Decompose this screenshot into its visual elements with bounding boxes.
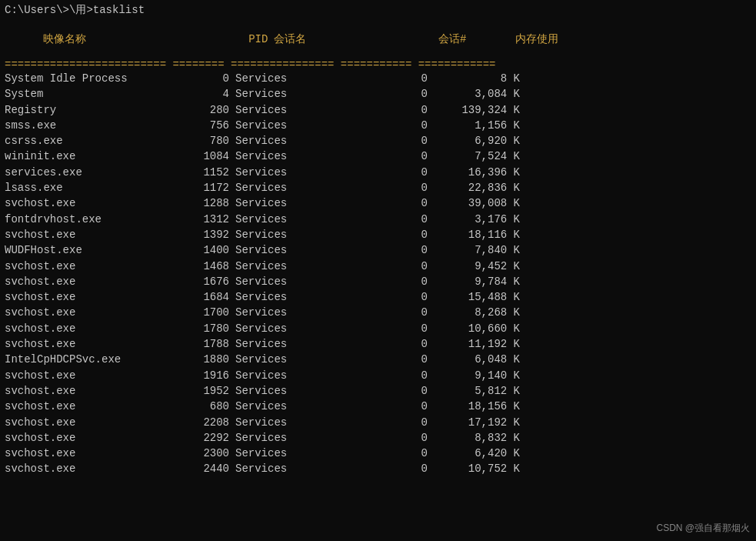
pid-col: 1700: [174, 305, 229, 320]
session-num-col: 0: [351, 336, 428, 352]
session-name-col: Services: [235, 259, 351, 274]
table-row: lsass.exe1172Services022,836 K: [5, 180, 751, 195]
process-table: 映像名称PID会话名会话#内存使用 ======================…: [5, 20, 751, 477]
process-name: svchost.exe: [5, 227, 174, 242]
session-name-col: Services: [235, 321, 351, 336]
mem-col: 6,048 K: [428, 352, 520, 367]
table-row: System Idle Process0Services08 K: [5, 71, 751, 86]
mem-col: 8,268 K: [428, 305, 520, 320]
process-name: svchost.exe: [5, 336, 174, 352]
session-num-col: 0: [351, 305, 428, 320]
session-name-col: Services: [235, 399, 351, 414]
table-row: svchost.exe1288Services039,008 K: [5, 195, 751, 211]
table-row: svchost.exe2440Services010,752 K: [5, 461, 751, 476]
mem-col: 39,008 K: [428, 195, 520, 211]
pid-col: 1312: [174, 212, 229, 227]
session-num-col: 0: [351, 118, 428, 133]
col-pid: PID: [212, 33, 268, 45]
mem-col: 22,836 K: [428, 180, 520, 195]
session-name-col: Services: [235, 165, 351, 180]
session-name-col: Services: [235, 133, 351, 149]
mem-col: 139,324 K: [428, 102, 520, 118]
process-name: svchost.exe: [5, 321, 174, 336]
process-name: svchost.exe: [5, 430, 174, 446]
pid-col: 1780: [174, 321, 229, 336]
pid-col: 2300: [174, 446, 229, 461]
process-name: svchost.exe: [5, 446, 174, 461]
table-row: IntelCpHDCPSvc.exe1880Services06,048 K: [5, 352, 751, 367]
session-name-col: Services: [235, 102, 351, 118]
mem-col: 15,488 K: [428, 289, 520, 305]
session-num-col: 0: [351, 102, 428, 118]
process-name: System: [5, 86, 174, 102]
table-row: svchost.exe1780Services010,660 K: [5, 321, 751, 336]
mem-col: 3,176 K: [428, 212, 520, 227]
pid-col: 1084: [174, 149, 229, 164]
table-row: svchost.exe1684Services015,488 K: [5, 289, 751, 305]
mem-col: 1,156 K: [428, 118, 520, 133]
session-num-col: 0: [351, 242, 428, 258]
session-num-col: 0: [351, 430, 428, 446]
table-separator: ========================= ======== =====…: [5, 58, 751, 71]
mem-col: 6,920 K: [428, 133, 520, 149]
process-name: lsass.exe: [5, 180, 174, 195]
process-name: Registry: [5, 102, 174, 118]
pid-col: 756: [174, 118, 229, 133]
mem-col: 9,784 K: [428, 274, 520, 289]
session-num-col: 0: [351, 368, 428, 383]
pid-col: 2440: [174, 461, 229, 476]
process-name: svchost.exe: [5, 461, 174, 476]
pid-col: 1288: [174, 195, 229, 211]
session-num-col: 0: [351, 227, 428, 242]
pid-col: 680: [174, 399, 229, 414]
session-name-col: Services: [235, 289, 351, 305]
session-name-col: Services: [235, 195, 351, 211]
session-num-col: 0: [351, 461, 428, 476]
table-row: WUDFHost.exe1400Services07,840 K: [5, 242, 751, 258]
process-name: svchost.exe: [5, 274, 174, 289]
mem-col: 10,660 K: [428, 321, 520, 336]
pid-col: 2208: [174, 415, 229, 430]
session-name-col: Services: [235, 149, 351, 164]
table-row: svchost.exe2208Services017,192 K: [5, 415, 751, 430]
session-name-col: Services: [235, 430, 351, 446]
mem-col: 18,156 K: [428, 399, 520, 414]
process-name: svchost.exe: [5, 399, 174, 414]
process-name: svchost.exe: [5, 195, 174, 211]
table-row: smss.exe756Services01,156 K: [5, 118, 751, 133]
pid-col: 1400: [174, 242, 229, 258]
mem-col: 18,116 K: [428, 227, 520, 242]
pid-col: 280: [174, 102, 229, 118]
pid-col: 1952: [174, 383, 229, 399]
mem-col: 17,192 K: [428, 415, 520, 430]
process-name: svchost.exe: [5, 305, 174, 320]
mem-col: 9,452 K: [428, 259, 520, 274]
table-row: svchost.exe1700Services08,268 K: [5, 305, 751, 320]
session-name-col: Services: [235, 336, 351, 352]
mem-col: 11,192 K: [428, 336, 520, 352]
mem-col: 16,396 K: [428, 165, 520, 180]
table-row: csrss.exe780Services06,920 K: [5, 133, 751, 149]
session-name-col: Services: [235, 415, 351, 430]
process-name: csrss.exe: [5, 133, 174, 149]
session-num-col: 0: [351, 274, 428, 289]
process-name: svchost.exe: [5, 259, 174, 274]
process-name: System Idle Process: [5, 71, 174, 86]
session-num-col: 0: [351, 352, 428, 367]
process-name: services.exe: [5, 165, 174, 180]
pid-col: 4: [174, 86, 229, 102]
table-row: Registry280Services0139,324 K: [5, 102, 751, 118]
session-name-col: Services: [235, 305, 351, 320]
table-row: fontdrvhost.exe1312Services03,176 K: [5, 212, 751, 227]
session-name-col: Services: [235, 446, 351, 461]
session-name-col: Services: [235, 212, 351, 227]
terminal-window: C:\Users\>\用>tasklist 映像名称PID会话名会话#内存使用 …: [0, 0, 756, 541]
session-num-col: 0: [351, 133, 428, 149]
table-row: svchost.exe1468Services09,452 K: [5, 259, 751, 274]
session-name-col: Services: [235, 180, 351, 195]
mem-col: 5,812 K: [428, 383, 520, 399]
process-name: svchost.exe: [5, 383, 174, 399]
table-row: svchost.exe1788Services011,192 K: [5, 336, 751, 352]
mem-col: 8,832 K: [428, 430, 520, 446]
session-num-col: 0: [351, 259, 428, 274]
